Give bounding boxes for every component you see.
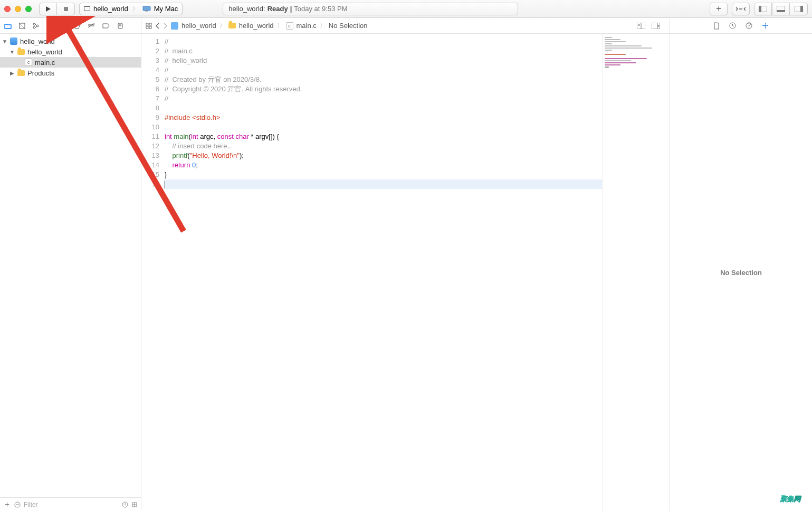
folder-icon xyxy=(17,70,25,76)
svg-marker-25 xyxy=(103,24,109,28)
filter-bar: ＋ xyxy=(0,497,141,511)
svg-rect-1 xyxy=(64,7,68,11)
editor-area: 12345678910111213141516 //// main.c// he… xyxy=(141,34,670,511)
svg-line-51 xyxy=(125,505,126,505)
status-sep: | xyxy=(290,5,292,13)
navigator-selector xyxy=(0,18,141,33)
cfile-icon: c xyxy=(286,22,293,30)
inspector-empty-text: No Selection xyxy=(720,269,762,277)
destination-name: My Mac xyxy=(154,5,178,13)
chevron-icon: 〉 xyxy=(277,22,283,30)
add-editor-icon[interactable] xyxy=(652,23,660,29)
disclosure-open-icon[interactable]: ▼ xyxy=(2,39,7,44)
issue-navigator-icon[interactable] xyxy=(60,23,66,29)
editor-split-icon[interactable] xyxy=(637,23,645,29)
jump-part-1[interactable]: hello_world xyxy=(239,22,274,30)
toggle-navigator-button[interactable] xyxy=(754,3,772,15)
attributes-inspector-icon[interactable] xyxy=(762,22,769,29)
jump-part-0[interactable]: hello_world xyxy=(181,22,216,30)
add-icon[interactable]: ＋ xyxy=(3,499,11,509)
add-button[interactable]: ＋ xyxy=(710,3,728,15)
activity-status: hello_world: Ready | Today at 9:53 PM xyxy=(223,3,518,15)
filter-input[interactable] xyxy=(24,501,119,508)
recent-filter-icon[interactable] xyxy=(122,501,128,508)
svg-point-12 xyxy=(33,23,35,25)
svg-line-24 xyxy=(88,23,94,27)
svg-rect-31 xyxy=(146,26,148,29)
code-area[interactable]: //// main.c// hello_world//// Created by… xyxy=(164,34,602,511)
help-inspector-icon[interactable]: ? xyxy=(746,22,752,29)
line-gutter: 12345678910111213141516 xyxy=(141,34,164,511)
watermark-text-1: 聚集 xyxy=(780,495,794,503)
code-review-button[interactable] xyxy=(732,3,750,15)
minimap[interactable] xyxy=(602,34,670,511)
minimize-window-button[interactable] xyxy=(15,6,21,12)
window-controls xyxy=(4,6,32,12)
jump-bar[interactable]: hello_world 〉 hello_world 〉 c main.c 〉 N… xyxy=(141,18,670,33)
status-time: Today at 9:53 PM xyxy=(294,5,347,13)
jump-part-2[interactable]: main.c xyxy=(297,22,317,30)
find-navigator-icon[interactable] xyxy=(46,23,53,29)
tree-file-row[interactable]: c main.c xyxy=(0,57,141,68)
test-navigator-icon[interactable] xyxy=(74,23,80,29)
jump-part-3[interactable]: No Selection xyxy=(329,22,368,30)
inspector-panel: No Selection xyxy=(670,34,812,511)
source-editor[interactable]: 12345678910111213141516 //// main.c// he… xyxy=(141,34,602,511)
breakpoint-navigator-icon[interactable] xyxy=(102,23,110,29)
main-toolbar: hello_world 〉 My Mac hello_world: Ready … xyxy=(0,0,812,18)
forward-button[interactable] xyxy=(163,23,168,29)
report-navigator-icon[interactable] xyxy=(117,23,123,29)
scheme-name: hello_world xyxy=(93,5,128,13)
status-project: hello_world: xyxy=(228,5,265,13)
svg-line-11 xyxy=(20,23,25,29)
svg-rect-29 xyxy=(146,23,148,25)
stop-button[interactable] xyxy=(57,3,75,15)
scheme-selector[interactable]: hello_world 〉 My Mac xyxy=(79,3,183,15)
project-navigator-icon[interactable] xyxy=(4,23,12,29)
tree-folder-row[interactable]: ▼ hello_world xyxy=(0,46,141,57)
close-window-button[interactable] xyxy=(4,6,11,12)
svg-rect-7 xyxy=(777,10,785,12)
scheme-icon xyxy=(84,6,90,11)
debug-navigator-icon[interactable] xyxy=(88,23,95,29)
tree-folder-row[interactable]: ▶ Products xyxy=(0,68,141,78)
svg-line-18 xyxy=(51,27,52,29)
toggle-debug-area-button[interactable] xyxy=(772,3,790,15)
scm-filter-icon[interactable] xyxy=(131,501,138,508)
inspector-selector: ? xyxy=(670,18,812,33)
toggle-inspector-button[interactable] xyxy=(790,3,808,15)
history-inspector-icon[interactable] xyxy=(729,22,736,29)
svg-marker-21 xyxy=(74,23,80,29)
svg-marker-0 xyxy=(46,6,51,12)
run-button[interactable] xyxy=(39,3,57,15)
project-icon xyxy=(10,37,17,45)
watermark: 聚集网 xyxy=(780,488,800,505)
svg-point-14 xyxy=(36,25,39,27)
svg-rect-9 xyxy=(800,6,803,12)
disclosure-open-icon[interactable]: ▼ xyxy=(9,49,15,55)
project-icon xyxy=(171,22,178,30)
file-inspector-icon[interactable] xyxy=(713,22,720,30)
tree-label: main.c xyxy=(35,59,55,67)
main-area: ▼ hello_world ▼ hello_world c main.c ▶ P… xyxy=(0,34,812,511)
filter-scope-icon[interactable] xyxy=(14,501,21,508)
svg-line-43 xyxy=(733,26,734,27)
related-items-icon[interactable] xyxy=(146,23,152,29)
tree-project-row[interactable]: ▼ hello_world xyxy=(0,36,141,46)
project-tree[interactable]: ▼ hello_world ▼ hello_world c main.c ▶ P… xyxy=(0,34,141,497)
status-state: Ready xyxy=(268,5,288,13)
chevron-icon: 〉 xyxy=(219,22,225,30)
disclosure-closed-icon[interactable]: ▶ xyxy=(9,70,15,76)
source-control-navigator-icon[interactable] xyxy=(19,23,25,29)
back-button[interactable] xyxy=(155,23,160,29)
device-icon xyxy=(142,6,151,12)
svg-text:?: ? xyxy=(747,22,751,29)
svg-point-17 xyxy=(47,23,51,27)
svg-rect-3 xyxy=(145,11,148,12)
symbol-navigator-icon[interactable] xyxy=(33,23,39,29)
zoom-window-button[interactable] xyxy=(25,6,32,12)
cfile-icon: c xyxy=(25,59,32,66)
svg-rect-30 xyxy=(149,23,151,25)
navigator-sidebar: ▼ hello_world ▼ hello_world c main.c ▶ P… xyxy=(0,34,141,511)
folder-icon xyxy=(17,49,25,55)
